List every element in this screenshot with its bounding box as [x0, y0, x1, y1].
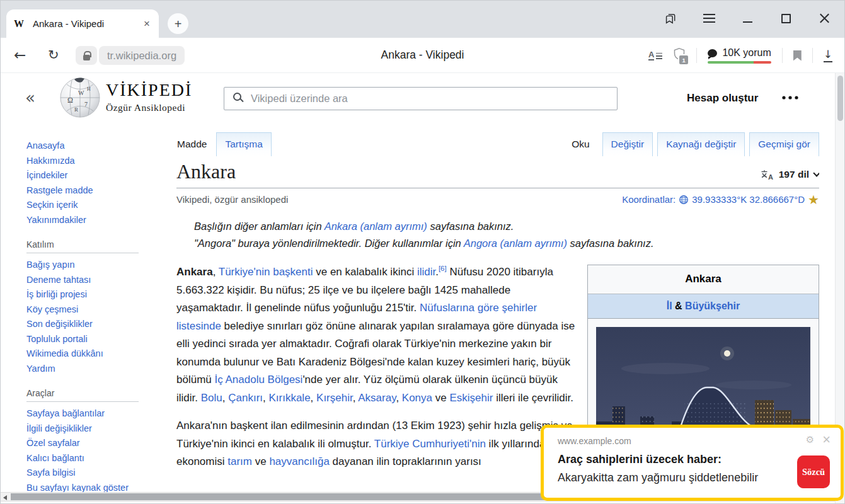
text-link[interactable]: İl — [667, 301, 672, 311]
sidebar-nav: AnasayfaHakkımızdaİçindekilerRastgele ma… — [26, 139, 146, 495]
tab-gecmisi-gor[interactable]: Geçmişi gör — [749, 132, 819, 156]
tab-oku[interactable]: Oku — [563, 133, 597, 156]
text-link[interactable]: Konya — [402, 392, 432, 404]
tab-degistir[interactable]: Değiştir — [602, 132, 653, 156]
svg-text:R: R — [74, 106, 78, 113]
tab-kaynagi-degistir[interactable]: Kaynağı değiştir — [657, 132, 745, 156]
text-link[interactable]: Kırşehir — [316, 392, 353, 404]
close-window-button[interactable] — [817, 11, 831, 25]
svg-text:A: A — [768, 173, 773, 180]
text-link[interactable]: Kırıkkale — [268, 392, 310, 404]
tab-tartisma[interactable]: Tartışma — [216, 132, 271, 156]
svg-text:Ω: Ω — [67, 96, 73, 105]
text-link[interactable]: Bolu — [201, 392, 222, 404]
svg-text:H: H — [87, 86, 91, 92]
minimize-button[interactable] — [740, 11, 754, 25]
tab-madde[interactable]: Madde — [169, 133, 215, 156]
shield-badge: 1 — [678, 54, 689, 66]
search-input[interactable] — [224, 87, 618, 110]
horizontal-scrollbar-thumb[interactable] — [11, 493, 633, 500]
text-link[interactable]: Nüfuslarına göre şehirler listesinde — [176, 302, 537, 332]
text-link[interactable]: ilidir — [417, 266, 435, 278]
notification-text[interactable]: Akaryakitta zam yağmuru şiddetlenebilir — [558, 471, 831, 484]
text-link[interactable]: Türkiye'nin — [219, 266, 270, 278]
gear-icon[interactable]: ⚙ — [806, 434, 814, 445]
page-title: Ankara — [176, 159, 236, 184]
text-link[interactable]: İç Anadolu Bölgesi — [214, 374, 302, 386]
tab-close-icon[interactable]: × — [142, 18, 151, 30]
vertical-scrollbar-thumb[interactable] — [837, 76, 843, 121]
address-bar[interactable]: tr.wikipedia.org — [99, 46, 185, 65]
browser-tab-bar: W Ankara - Vikipedi × + — [0, 0, 845, 38]
search-icon — [233, 93, 241, 101]
coordinates-label-link[interactable]: Koordinatlar: — [622, 194, 675, 205]
coordinates-link[interactable]: 39.933333°K 32.866667°D — [692, 194, 805, 205]
sidebar-heading-araclar: Araçlar — [26, 388, 139, 402]
hatnote: "Angora" buraya yönlendirilmektedir. Diğ… — [194, 235, 819, 252]
site-security-button[interactable] — [76, 46, 97, 65]
menu-icon[interactable] — [702, 11, 716, 25]
scroll-left-arrow[interactable] — [3, 495, 7, 500]
text-link[interactable]: Türkiye Cumhuriyeti'nin — [374, 438, 486, 450]
create-account-link[interactable]: Hesap oluştur — [687, 92, 758, 105]
reader-mode-icon[interactable]: A — [648, 50, 662, 60]
sidebar-link[interactable]: Köy çeşmesi — [26, 302, 146, 318]
wikipedia-favicon: W — [14, 18, 24, 30]
new-tab-button[interactable]: + — [168, 13, 188, 34]
close-icon[interactable]: × — [822, 435, 831, 445]
sidebar-link[interactable]: Seçkin içerik — [26, 198, 146, 213]
toolbar-right-icons: A 1 10K yorum ↓ — [648, 38, 832, 73]
sidebar-link[interactable]: İlgili değişiklikler — [26, 421, 146, 437]
language-count: 197 dil — [779, 169, 809, 180]
notification-headline[interactable]: Araç sahiplerini üzecek haber: — [558, 453, 831, 466]
sidebar-link[interactable]: Yardım — [26, 362, 146, 377]
text-link[interactable]: Ankara (anlam ayrımı) — [325, 220, 427, 232]
text-link[interactable]: Angora (anlam ayrımı) — [464, 238, 567, 249]
back-button[interactable]: ← — [14, 46, 26, 64]
svg-text:7: 7 — [84, 101, 88, 108]
wikipedia-logo[interactable]: Ω W 7 R H — [59, 77, 101, 121]
text-link[interactable]: hayvancılığa — [269, 455, 329, 467]
bookmark-icon[interactable] — [793, 50, 802, 61]
browser-tab[interactable]: W Ankara - Vikipedi × — [6, 9, 159, 38]
shield-protect-icon[interactable]: 1 — [673, 47, 686, 64]
text-link[interactable]: başkenti — [273, 266, 313, 278]
sidebar-link[interactable]: Topluluk portali — [26, 332, 146, 347]
refresh-button[interactable]: ↻ — [48, 46, 59, 64]
text-link[interactable]: Büyükşehir — [685, 301, 740, 311]
sidebar-link[interactable]: Deneme tahtası — [26, 273, 146, 288]
language-selector[interactable]: A 197 dil — [761, 169, 819, 180]
sozcu-logo-text: Sözcü — [802, 467, 825, 478]
wikipedia-wordmark: VİKİPEDİ Özgür Ansiklopedi — [106, 80, 192, 113]
sidebar-link[interactable]: İş birliği projesi — [26, 287, 146, 302]
comments-chip[interactable]: 10K yorum — [708, 47, 771, 64]
sidebar-link[interactable]: Sayfa bilgisi — [26, 466, 146, 481]
text-link[interactable]: Aksaray — [358, 392, 396, 404]
download-icon[interactable]: ↓ — [824, 49, 832, 62]
text-link[interactable]: tarım — [227, 455, 252, 467]
text-link[interactable]: Eskişehir — [449, 392, 493, 404]
sidebar-link[interactable]: Wikimedia dükkânı — [26, 346, 146, 362]
maximize-button[interactable] — [779, 11, 793, 25]
more-options-icon[interactable] — [782, 91, 798, 101]
hatnote: Başlığın diğer anlamları için Ankara (an… — [194, 218, 819, 235]
reference-link[interactable]: [6] — [439, 265, 447, 272]
text-link[interactable]: Çankırı — [228, 392, 263, 404]
tab-title: Ankara - Vikipedi — [33, 18, 142, 29]
sidebar-link[interactable]: Kalıcı bağlantı — [26, 451, 146, 466]
infobox-title: Ankara — [588, 265, 819, 294]
sidebar-link[interactable]: Son değişiklikler — [26, 317, 146, 332]
window-controls — [664, 5, 831, 32]
notification-popup[interactable]: www.example.com ⚙ × Araç sahiplerini üze… — [541, 425, 844, 501]
sidebar-link[interactable]: Bağış yapın — [26, 258, 146, 273]
sidebar-link[interactable]: Özel sayfalar — [26, 436, 146, 451]
sidebar-link[interactable]: İçindekiler — [26, 168, 146, 183]
sidebar-link[interactable]: Yakınımdakiler — [26, 213, 146, 228]
collapse-sidebar-button[interactable]: « — [25, 88, 35, 107]
sidebar-link[interactable]: Sayfaya bağlantılar — [26, 406, 146, 421]
article-tab-strip: Madde Tartışma Oku Değiştir Kaynağı deği… — [0, 132, 835, 156]
sidebar-link[interactable]: Rastgele madde — [26, 183, 146, 198]
sozcu-logo[interactable]: Sözcü — [797, 455, 830, 488]
featured-star-icon[interactable]: ★ — [808, 195, 819, 205]
side-panel-icon[interactable] — [664, 11, 677, 25]
